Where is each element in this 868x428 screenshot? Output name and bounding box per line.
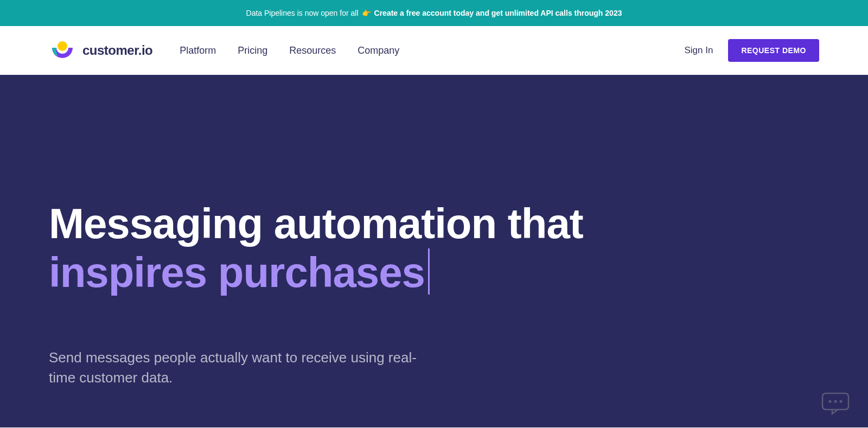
logo-icon [49, 40, 76, 61]
nav-item-resources[interactable]: Resources [289, 45, 336, 56]
chat-icon[interactable] [820, 391, 851, 415]
request-demo-button[interactable]: REQUEST DEMO [728, 39, 819, 62]
nav-item-company[interactable]: Company [358, 45, 399, 56]
svg-point-2 [829, 400, 832, 403]
announcement-bar[interactable]: Data Pipelines is now open for all 👉 Cre… [0, 0, 868, 26]
signin-link[interactable]: Sign In [684, 45, 713, 56]
hero-title-line-1: Messaging automation that [49, 200, 583, 247]
logo-text: customer.io [82, 43, 152, 58]
hero-title-highlight: inspires purchases [49, 248, 425, 297]
hero-title: Messaging automation that inspires purch… [49, 200, 819, 299]
announcement-text-1: Data Pipelines is now open for all [246, 9, 359, 17]
svg-point-3 [834, 400, 837, 403]
logo[interactable]: customer.io [49, 40, 152, 61]
pointer-icon: 👉 [362, 9, 371, 17]
main-nav: Platform Pricing Resources Company [180, 45, 399, 56]
header-left: customer.io Platform Pricing Resources C… [49, 40, 399, 61]
nav-item-pricing[interactable]: Pricing [238, 45, 267, 56]
main-header: customer.io Platform Pricing Resources C… [0, 26, 868, 75]
announcement-text-2: Create a free account today and get unli… [374, 9, 622, 17]
hero-section: Messaging automation that inspires purch… [0, 75, 868, 427]
svg-point-0 [58, 41, 67, 51]
svg-point-4 [840, 400, 843, 403]
hero-subtitle: Send messages people actually want to re… [49, 348, 439, 388]
typing-cursor-icon [428, 248, 430, 295]
header-right: Sign In REQUEST DEMO [684, 39, 819, 62]
nav-item-platform[interactable]: Platform [180, 45, 216, 56]
